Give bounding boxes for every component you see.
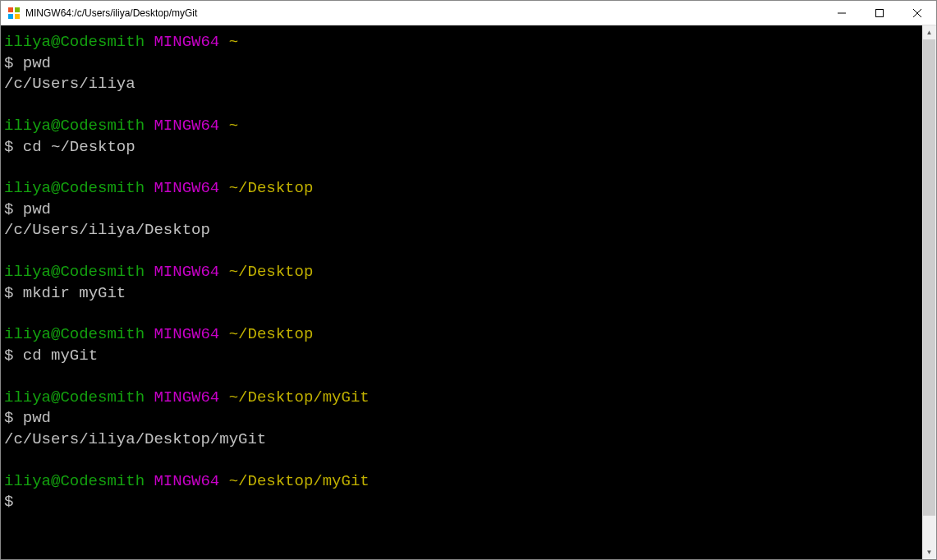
prompt-path: ~/Desktop/myGit [229, 472, 370, 490]
prompt-path: ~/Desktop [229, 263, 314, 281]
svg-rect-2 [8, 14, 13, 19]
scroll-down-icon[interactable]: ▼ [922, 545, 936, 559]
command-text: mkdir myGit [23, 284, 126, 302]
prompt-env: MINGW64 [154, 325, 219, 343]
command-text: cd ~/Desktop [23, 138, 135, 156]
prompt-dollar: $ [4, 493, 13, 511]
prompt-env: MINGW64 [154, 388, 219, 406]
terminal-block: iliya@Codesmith MINGW64 ~/Desktop$ mkdir… [4, 262, 919, 304]
prompt-line: iliya@Codesmith MINGW64 ~/Desktop/myGit [4, 388, 919, 409]
prompt-env: MINGW64 [154, 33, 219, 51]
command-line: $ pwd [4, 200, 919, 221]
prompt-line: iliya@Codesmith MINGW64 ~ [4, 116, 919, 137]
scrollbar-thumb[interactable] [923, 39, 935, 516]
window-controls [823, 1, 936, 25]
terminal-block: iliya@Codesmith MINGW64 ~/Desktop/myGit$ [4, 471, 919, 513]
prompt-line: iliya@Codesmith MINGW64 ~/Desktop [4, 178, 919, 200]
svg-rect-0 [8, 7, 13, 12]
prompt-user: iliya@Codesmith [4, 179, 145, 197]
titlebar[interactable]: MINGW64:/c/Users/iliya/Desktop/myGit [1, 1, 936, 25]
minimize-button[interactable] [823, 1, 861, 25]
app-icon [7, 7, 21, 20]
prompt-dollar: $ [4, 284, 13, 302]
window: MINGW64:/c/Users/iliya/Desktop/myGit ili… [0, 0, 937, 560]
prompt-path: ~ [229, 33, 238, 51]
terminal-block: iliya@Codesmith MINGW64 ~$ cd ~/Desktop [4, 116, 919, 158]
command-line: $ cd myGit [4, 346, 919, 367]
prompt-user: iliya@Codesmith [4, 472, 145, 490]
svg-rect-5 [876, 9, 884, 16]
command-text: pwd [23, 200, 51, 218]
terminal-block: iliya@Codesmith MINGW64 ~/Desktop$ pwd/c… [4, 178, 919, 241]
terminal-block: iliya@Codesmith MINGW64 ~/Desktop/myGit$… [4, 388, 919, 451]
prompt-path: ~/Desktop [229, 179, 314, 197]
command-line: $ [4, 492, 919, 513]
close-button[interactable] [898, 1, 936, 25]
command-line: $ pwd [4, 408, 919, 429]
prompt-env: MINGW64 [154, 117, 219, 135]
prompt-line: iliya@Codesmith MINGW64 ~/Desktop [4, 262, 919, 283]
prompt-dollar: $ [4, 138, 13, 156]
prompt-env: MINGW64 [154, 263, 219, 281]
prompt-user: iliya@Codesmith [4, 388, 145, 406]
prompt-path: ~/Desktop/myGit [229, 388, 370, 406]
command-text: pwd [23, 409, 51, 427]
terminal-block: iliya@Codesmith MINGW64 ~/Desktop$ cd my… [4, 324, 919, 366]
output-line: /c/Users/iliya/Desktop [4, 220, 919, 241]
terminal-area: iliya@Codesmith MINGW64 ~$ pwd/c/Users/i… [1, 25, 936, 559]
command-line: $ cd ~/Desktop [4, 137, 919, 158]
prompt-dollar: $ [4, 347, 13, 365]
maximize-button[interactable] [861, 1, 898, 25]
prompt-env: MINGW64 [154, 472, 219, 490]
prompt-user: iliya@Codesmith [4, 33, 145, 51]
prompt-dollar: $ [4, 409, 13, 427]
command-line: $ pwd [4, 53, 919, 75]
prompt-path: ~/Desktop [229, 325, 314, 343]
prompt-line: iliya@Codesmith MINGW64 ~/Desktop/myGit [4, 471, 919, 493]
prompt-dollar: $ [4, 54, 13, 72]
command-line: $ mkdir myGit [4, 283, 919, 305]
scrollbar[interactable]: ▲ ▼ [922, 25, 936, 559]
prompt-dollar: $ [4, 200, 13, 218]
terminal-block: iliya@Codesmith MINGW64 ~$ pwd/c/Users/i… [4, 32, 919, 95]
output-line: /c/Users/iliya/Desktop/myGit [4, 429, 919, 451]
command-text: cd myGit [23, 347, 98, 365]
prompt-line: iliya@Codesmith MINGW64 ~/Desktop [4, 324, 919, 346]
window-title: MINGW64:/c/Users/iliya/Desktop/myGit [25, 7, 823, 19]
svg-rect-1 [15, 7, 20, 12]
prompt-line: iliya@Codesmith MINGW64 ~ [4, 32, 919, 53]
terminal[interactable]: iliya@Codesmith MINGW64 ~$ pwd/c/Users/i… [1, 25, 922, 559]
prompt-path: ~ [229, 117, 238, 135]
output-line: /c/Users/iliya [4, 74, 919, 95]
prompt-user: iliya@Codesmith [4, 263, 145, 281]
prompt-env: MINGW64 [154, 179, 219, 197]
prompt-user: iliya@Codesmith [4, 117, 145, 135]
command-text: pwd [23, 54, 51, 72]
svg-rect-3 [15, 14, 20, 19]
scroll-up-icon[interactable]: ▲ [922, 25, 936, 39]
prompt-user: iliya@Codesmith [4, 325, 145, 343]
